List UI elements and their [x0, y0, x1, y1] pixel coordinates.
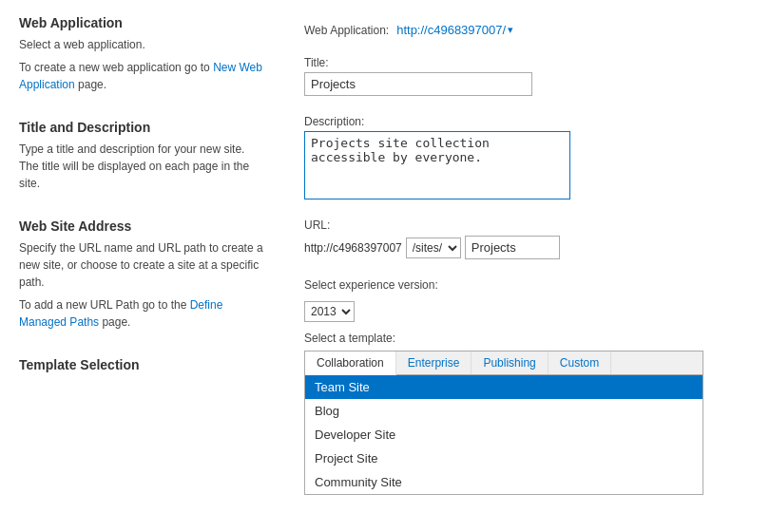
desc-field-label: Description:: [304, 115, 751, 128]
page-container: Web Application Select a web application…: [0, 0, 770, 529]
url-path-select[interactable]: /sites/ /: [406, 238, 461, 258]
description-field-block: Description: Projects site collection ac…: [304, 115, 751, 200]
website-address-text3: page.: [99, 315, 130, 329]
tab-custom[interactable]: Custom: [549, 352, 611, 374]
exp-version-label: Select experience version:: [304, 278, 438, 292]
template-selection-section-left: Template Selection: [19, 357, 266, 372]
web-application-section: Web Application Select a web application…: [19, 15, 266, 93]
template-project-site[interactable]: Project Site: [305, 446, 703, 470]
description-textarea[interactable]: Projects site collection accessible by e…: [304, 131, 570, 200]
title-desc-section: Title and Description Type a title and d…: [19, 120, 266, 192]
web-app-header: Web Application: http://c4968397007/ ▾: [304, 15, 751, 37]
tab-publishing[interactable]: Publishing: [472, 352, 548, 374]
left-panel: Web Application Select a web application…: [0, 0, 285, 529]
website-address-title: Web Site Address: [19, 218, 266, 234]
title-desc-desc: Type a title and description for your ne…: [19, 141, 266, 192]
web-app-title: Web Application: [19, 15, 266, 30]
title-input[interactable]: [304, 72, 532, 96]
url-base: http://c4968397007: [304, 241, 402, 255]
template-tab-bar: Collaboration Enterprise Publishing Cust…: [305, 352, 703, 375]
tab-collaboration[interactable]: Collaboration: [305, 352, 396, 375]
template-developer-site[interactable]: Developer Site: [305, 423, 703, 446]
title-field-label: Title:: [304, 56, 751, 69]
template-community-site[interactable]: Community Site: [305, 470, 703, 494]
title-field-block: Title:: [304, 56, 751, 96]
url-field-block: URL: http://c4968397007 /sites/ /: [304, 218, 751, 259]
exp-version-row: Select experience version:: [304, 278, 751, 292]
web-app-url[interactable]: http://c4968397007/: [396, 23, 506, 37]
template-label: Select a template:: [304, 332, 751, 345]
template-list: Team Site Blog Developer Site Project Si…: [305, 375, 703, 494]
web-app-desc3-text: page.: [75, 78, 106, 91]
url-row: http://c4968397007 /sites/ /: [304, 236, 751, 259]
tab-enterprise[interactable]: Enterprise: [396, 352, 472, 374]
right-panel: Web Application: http://c4968397007/ ▾ T…: [285, 0, 770, 529]
template-selection-block: Select experience version: 2013 2010 Sel…: [304, 278, 751, 495]
web-app-header-label: Web Application:: [304, 24, 389, 37]
template-box: Collaboration Enterprise Publishing Cust…: [304, 351, 703, 495]
exp-version-select[interactable]: 2013 2010: [304, 301, 355, 322]
web-app-desc2-text: To create a new web application go to: [19, 61, 213, 74]
url-field-label: URL:: [304, 218, 751, 232]
template-blog[interactable]: Blog: [305, 399, 703, 423]
website-address-section: Web Site Address Specify the URL name an…: [19, 218, 266, 331]
website-address-text2: To add a new URL Path go to the: [19, 298, 190, 312]
url-name-input[interactable]: [465, 236, 560, 259]
title-desc-title: Title and Description: [19, 120, 266, 135]
template-selection-title: Template Selection: [19, 357, 266, 372]
website-address-desc2: To add a new URL Path go to the Define M…: [19, 296, 266, 331]
template-team-site[interactable]: Team Site: [305, 375, 703, 399]
web-app-dropdown-arrow[interactable]: ▾: [508, 24, 513, 36]
web-app-desc2: To create a new web application go to Ne…: [19, 59, 266, 93]
website-address-desc1: Specify the URL name and URL path to cre…: [19, 239, 266, 291]
web-app-desc1: Select a web application.: [19, 36, 266, 53]
